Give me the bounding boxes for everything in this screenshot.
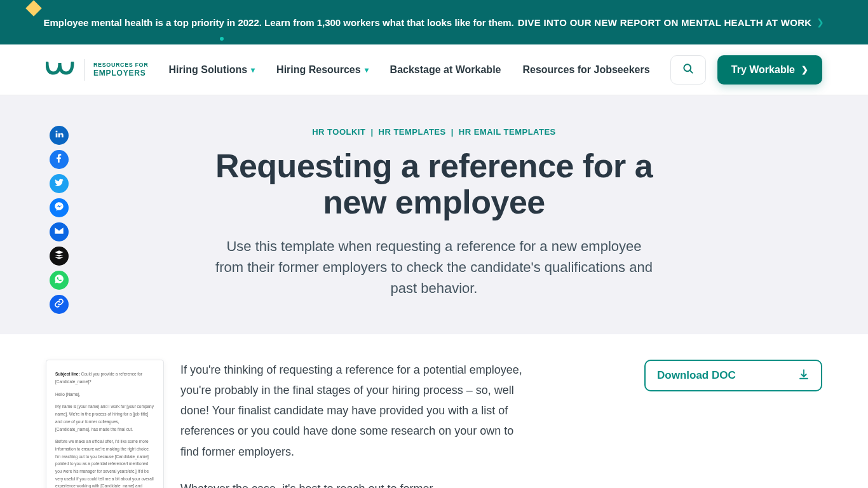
search-icon [682, 62, 695, 77]
messenger-icon [54, 201, 64, 214]
breadcrumb-sep: | [370, 127, 373, 137]
copy-link-icon [54, 298, 64, 311]
try-workable-button[interactable]: Try Workable❯ [717, 55, 822, 85]
logo[interactable]: RESOURCES FOR EMPLOYERS [46, 59, 148, 81]
nav-hiring-resources[interactable]: Hiring Resources▾ [276, 64, 368, 76]
download-box: Download DOC [644, 360, 822, 391]
main-nav: RESOURCES FOR EMPLOYERS Hiring Solutions… [0, 44, 868, 95]
breadcrumb: HR TOOLKIT | HR TEMPLATES | HR EMAIL TEM… [0, 127, 868, 137]
logo-mark-icon [46, 62, 75, 78]
share-messenger[interactable] [50, 198, 69, 217]
logo-divider [84, 59, 85, 81]
facebook-icon [54, 153, 64, 166]
share-whatsapp[interactable] [50, 271, 69, 290]
article-body: Subject line: Could you provide a refere… [0, 334, 868, 488]
breadcrumb-2[interactable]: HR TEMPLATES [379, 127, 446, 137]
logo-text: RESOURCES FOR EMPLOYERS [93, 62, 148, 78]
linkedin-icon [54, 129, 64, 142]
page-lead: Use this template when requesting a refe… [212, 236, 656, 299]
document-thumbnail[interactable]: Subject line: Could you provide a refere… [46, 360, 164, 488]
share-linkedin[interactable] [50, 126, 69, 145]
share-buffer[interactable] [50, 247, 69, 266]
article-p1: If you're thinking of requesting a refer… [180, 360, 524, 461]
chevron-down-icon: ▾ [251, 65, 255, 74]
announcement-cta[interactable]: DIVE INTO OUR NEW REPORT ON MENTAL HEALT… [518, 17, 812, 28]
article-text: If you're thinking of requesting a refer… [180, 360, 524, 488]
search-button[interactable] [670, 55, 706, 85]
chevron-right-icon: ❯ [817, 17, 824, 27]
share-twitter[interactable] [50, 174, 69, 193]
nav-backstage[interactable]: Backstage at Workable [390, 64, 501, 76]
decoration-diamond [25, 0, 41, 16]
svg-line-1 [689, 71, 692, 73]
share-rail [50, 126, 69, 314]
nav-right: Try Workable❯ [670, 55, 822, 85]
article-p2: Whatever the case, it's best to reach ou… [180, 478, 524, 488]
download-icon [798, 369, 810, 383]
announcement-bar[interactable]: Employee mental health is a top priority… [0, 0, 868, 44]
nav-jobseekers[interactable]: Resources for Jobseekers [522, 64, 649, 76]
share-facebook[interactable] [50, 150, 69, 169]
decoration-dot [220, 37, 224, 41]
share-email[interactable] [50, 222, 69, 241]
nav-links: Hiring Solutions▾ Hiring Resources▾ Back… [169, 64, 650, 76]
breadcrumb-sep: | [451, 127, 454, 137]
nav-hiring-solutions[interactable]: Hiring Solutions▾ [169, 64, 255, 76]
page-title: Requesting a reference for a new employe… [193, 148, 675, 220]
twitter-icon [54, 177, 64, 190]
download-doc-button[interactable]: Download DOC [644, 360, 822, 391]
share-copy-link[interactable] [50, 295, 69, 314]
announcement-text: Employee mental health is a top priority… [44, 17, 514, 28]
whatsapp-icon [54, 274, 64, 287]
chevron-down-icon: ▾ [365, 65, 369, 74]
breadcrumb-1[interactable]: HR TOOLKIT [312, 127, 365, 137]
email-icon [54, 226, 64, 238]
buffer-icon [54, 250, 64, 262]
breadcrumb-3[interactable]: HR EMAIL TEMPLATES [459, 127, 556, 137]
hero: HR TOOLKIT | HR TEMPLATES | HR EMAIL TEM… [0, 95, 868, 334]
chevron-right-icon: ❯ [801, 65, 808, 74]
